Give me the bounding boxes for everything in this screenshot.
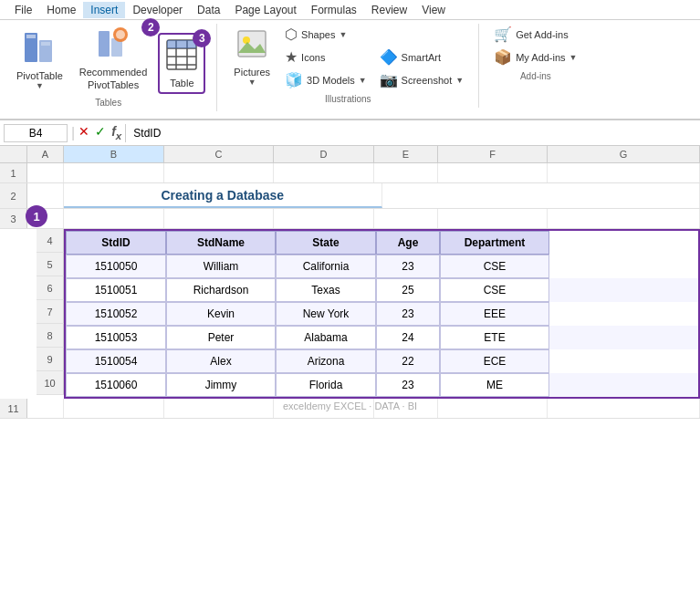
- cell-d8[interactable]: Alabama: [276, 326, 376, 349]
- cell-c1[interactable]: [164, 163, 274, 182]
- cell-f10[interactable]: ME: [440, 373, 549, 397]
- cell-e10[interactable]: 23: [376, 373, 440, 397]
- col-header-e[interactable]: E: [374, 146, 438, 162]
- cell-b9[interactable]: 1510054: [66, 349, 166, 373]
- pivot-table-icon: [23, 31, 56, 68]
- col-header-c[interactable]: C: [164, 146, 274, 162]
- menu-bar: File Home Insert Developer Data Page Lay…: [0, 0, 700, 20]
- cell-b11[interactable]: [64, 399, 164, 418]
- table-outline: StdID StdName State Age Department 15100…: [64, 229, 700, 399]
- cell-c10[interactable]: Jimmy: [166, 373, 276, 397]
- cell-b1[interactable]: [64, 163, 164, 182]
- cell-e7[interactable]: 23: [376, 302, 440, 326]
- cell-d6[interactable]: Texas: [276, 278, 376, 302]
- svg-rect-2: [26, 35, 36, 38]
- cell-c8[interactable]: Peter: [166, 326, 276, 349]
- cell-d1[interactable]: [274, 163, 374, 182]
- cell-g11[interactable]: [548, 399, 700, 418]
- pivot-table-button[interactable]: PivotTable ▼: [11, 27, 68, 94]
- cell-g2[interactable]: [382, 183, 701, 208]
- cell-c6[interactable]: Richardson: [166, 278, 276, 302]
- row-num-7: 7: [37, 300, 64, 324]
- addins-small-buttons: 🛒 Get Add-ins 📦 My Add-ins ▼: [490, 24, 580, 68]
- cell-a1[interactable]: [27, 163, 64, 182]
- menu-view[interactable]: View: [414, 2, 453, 18]
- cell-e5[interactable]: 23: [376, 255, 440, 278]
- cell-d5[interactable]: California: [276, 255, 376, 278]
- confirm-formula-icon[interactable]: ✓: [95, 124, 106, 141]
- col-header-g[interactable]: G: [548, 146, 700, 162]
- icons-button[interactable]: ★ Icons: [281, 47, 371, 68]
- menu-review[interactable]: Review: [364, 2, 414, 18]
- cell-f3[interactable]: [438, 209, 548, 228]
- cell-f1[interactable]: [438, 163, 548, 182]
- svg-rect-14: [167, 40, 196, 48]
- menu-data[interactable]: Data: [190, 2, 227, 18]
- row-8: 1510053 Peter Alabama 24 ETE: [66, 326, 698, 349]
- cell-c4[interactable]: StdName: [166, 231, 276, 255]
- cell-b5[interactable]: 1510050: [66, 255, 166, 278]
- get-addins-button[interactable]: 🛒 Get Add-ins: [490, 24, 580, 45]
- cell-g3[interactable]: [548, 209, 700, 228]
- cell-b2-merged[interactable]: Creating a Database: [64, 183, 382, 208]
- shapes-button[interactable]: ⬡ Shapes ▼: [281, 24, 371, 45]
- col-header-a[interactable]: A: [27, 146, 64, 162]
- cell-e1[interactable]: [374, 163, 438, 182]
- cell-d4[interactable]: State: [276, 231, 376, 255]
- my-addins-button[interactable]: 📦 My Add-ins ▼: [490, 47, 580, 68]
- cell-b7[interactable]: 1510052: [66, 302, 166, 326]
- cell-b8[interactable]: 1510053: [66, 326, 166, 349]
- cell-c5[interactable]: William: [166, 255, 276, 278]
- cell-f4[interactable]: Department: [440, 231, 549, 255]
- row-7: 1510052 Kevin New York 23 EEE: [66, 302, 698, 326]
- cell-d7[interactable]: New York: [276, 302, 376, 326]
- cell-a11[interactable]: [27, 399, 64, 418]
- screenshot-button[interactable]: 📷 Screenshot ▼: [376, 69, 468, 90]
- menu-page-layout[interactable]: Page Layout: [227, 2, 303, 18]
- col-header-b[interactable]: B: [64, 146, 164, 162]
- recommended-pivot-button[interactable]: 2 Recommended PivotTables: [74, 24, 153, 94]
- menu-formulas[interactable]: Formulas: [304, 2, 364, 18]
- cell-f5[interactable]: CSE: [440, 255, 549, 278]
- cell-b6[interactable]: 1510051: [66, 278, 166, 302]
- cell-f6[interactable]: CSE: [440, 278, 549, 302]
- cancel-formula-icon[interactable]: ✕: [78, 124, 89, 141]
- cell-d3[interactable]: [274, 209, 374, 228]
- cell-f7[interactable]: EEE: [440, 302, 549, 326]
- cell-reference-box[interactable]: [4, 124, 68, 142]
- cell-d10[interactable]: Florida: [276, 373, 376, 397]
- row-9: 1510054 Alex Arizona 22 ECE: [66, 349, 698, 373]
- cell-g1[interactable]: [548, 163, 700, 182]
- cell-e3[interactable]: [374, 209, 438, 228]
- cell-b3[interactable]: [64, 209, 164, 228]
- cell-a2[interactable]: [27, 183, 64, 208]
- menu-developer[interactable]: Developer: [125, 2, 190, 18]
- menu-home[interactable]: Home: [39, 2, 83, 18]
- col-header-d[interactable]: D: [274, 146, 374, 162]
- cell-e8[interactable]: 24: [376, 326, 440, 349]
- cell-b10[interactable]: 1510060: [66, 373, 166, 397]
- 3d-models-button[interactable]: 🧊 3D Models ▼: [281, 69, 371, 90]
- cell-f11[interactable]: [438, 399, 548, 418]
- pictures-button[interactable]: Pictures ▼: [228, 24, 276, 90]
- cell-c7[interactable]: Kevin: [166, 302, 276, 326]
- cell-e4[interactable]: Age: [376, 231, 440, 255]
- cell-d9[interactable]: Arizona: [276, 349, 376, 373]
- step1-badge: 1: [26, 205, 47, 227]
- cell-c9[interactable]: Alex: [166, 349, 276, 373]
- menu-file[interactable]: File: [7, 2, 39, 18]
- cell-e6[interactable]: 25: [376, 278, 440, 302]
- cell-f8[interactable]: ETE: [440, 326, 549, 349]
- col-header-f[interactable]: F: [438, 146, 548, 162]
- cell-c3[interactable]: [164, 209, 274, 228]
- table-label: Table: [170, 78, 193, 88]
- insert-function-icon[interactable]: fx: [111, 124, 121, 141]
- table-button[interactable]: 3 Table: [158, 33, 205, 94]
- menu-insert[interactable]: Insert: [83, 2, 125, 18]
- cell-f9[interactable]: ECE: [440, 349, 549, 373]
- cell-c11[interactable]: [164, 399, 274, 418]
- smartart-button[interactable]: 🔷 SmartArt: [376, 47, 468, 68]
- cell-b4[interactable]: StdID: [66, 231, 166, 255]
- cell-e9[interactable]: 22: [376, 349, 440, 373]
- formula-input[interactable]: [130, 125, 696, 141]
